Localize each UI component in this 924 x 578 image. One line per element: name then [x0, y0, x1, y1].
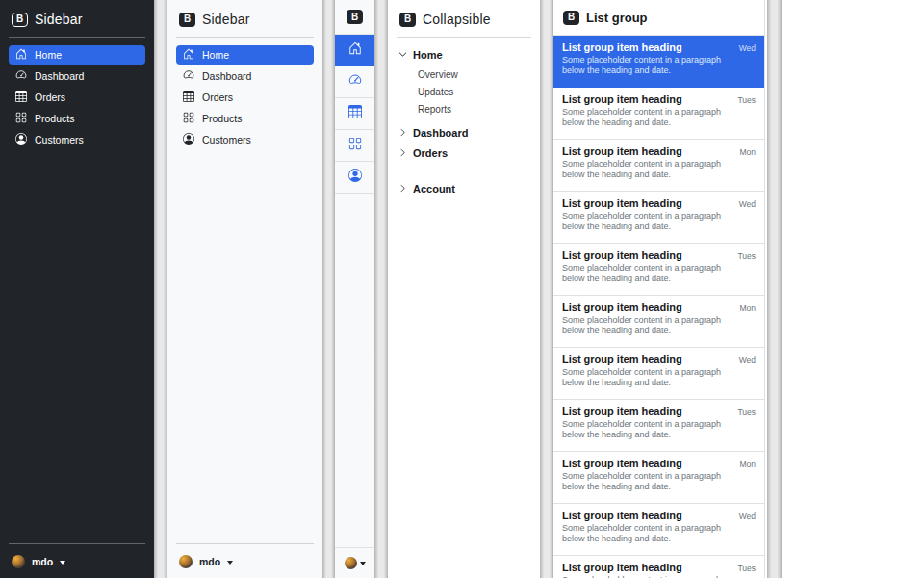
- nav-label: Orders: [35, 92, 65, 103]
- house-icon: [183, 48, 194, 62]
- table-icon: [15, 91, 27, 104]
- list-item-heading: List group item heading: [562, 562, 682, 573]
- user-menu-dropdown[interactable]: mdo: [9, 552, 145, 570]
- list-group-panel: B List group List group item headingWed …: [553, 0, 765, 578]
- user-menu-dropdown[interactable]: mdo: [176, 552, 314, 570]
- list-item[interactable]: List group item headingWed Some placehol…: [553, 504, 764, 556]
- sidebar-item-customers[interactable]: Customers: [176, 130, 314, 149]
- sidebar-light: B Sidebar Home Dashboard Orders Products: [167, 0, 322, 578]
- divider: [176, 37, 314, 38]
- list-item-date: Tues: [737, 95, 756, 105]
- grid-icon: [348, 137, 362, 154]
- caret-down-icon: [360, 562, 366, 565]
- sidebar-dark: B Sidebar Home Dashboard Orders Products: [0, 0, 154, 578]
- sidebar-item-products[interactable]: Products: [9, 109, 145, 128]
- sidebar-item-home[interactable]: Home: [9, 45, 145, 65]
- list-item[interactable]: List group item headingTues Some placeho…: [553, 400, 764, 452]
- grid-icon: [15, 112, 27, 125]
- example-divider: [374, 0, 388, 578]
- person-circle-icon: [183, 133, 194, 146]
- chevron-right-icon: [398, 127, 407, 139]
- person-circle-icon: [15, 133, 27, 146]
- list-item-date: Mon: [739, 303, 756, 313]
- nav-label: Home: [202, 49, 229, 61]
- nav-label: Customers: [35, 134, 84, 145]
- house-icon: [348, 41, 362, 59]
- brand-link-dark[interactable]: B Sidebar: [9, 10, 145, 29]
- nav-label: Orders: [202, 92, 233, 103]
- brand-link-collapsible[interactable]: B Collapsible: [397, 10, 531, 29]
- empty-area: [782, 0, 924, 578]
- example-divider: [540, 0, 553, 578]
- group-label: Account: [413, 183, 455, 195]
- person-circle-icon: [348, 169, 362, 186]
- example-divider: [767, 0, 782, 578]
- group-label: Home: [413, 49, 443, 61]
- list-item-heading: List group item heading: [562, 458, 682, 469]
- nav-label: Customers: [202, 134, 251, 145]
- sidebar-item-home[interactable]: Home: [176, 45, 314, 65]
- sub-item-reports[interactable]: Reports: [418, 100, 531, 118]
- list-group-scroll-area[interactable]: List group item headingWed Some placehol…: [553, 36, 764, 578]
- sub-item-overview[interactable]: Overview: [418, 66, 531, 83]
- list-item[interactable]: List group item headingTues Some placeho…: [553, 88, 764, 140]
- sidebar-footer: mdo: [176, 536, 314, 570]
- list-item-date: Wed: [739, 512, 756, 521]
- list-item[interactable]: List group item headingMon Some placehol…: [553, 452, 764, 504]
- caret-down-icon: [60, 561, 65, 565]
- brand-link-list-group[interactable]: B List group: [553, 0, 764, 36]
- sidebar-item-customers[interactable]: Customers: [9, 130, 145, 149]
- sidebar-item-orders[interactable]: Orders: [176, 88, 314, 107]
- sidebar-item-products[interactable]: [335, 130, 374, 162]
- list-item-date: Wed: [739, 43, 756, 53]
- sidebar-item-dashboard[interactable]: [335, 66, 374, 98]
- nav-label: Dashboard: [202, 70, 251, 82]
- list-item-heading: List group item heading: [562, 41, 682, 53]
- bootstrap-logo-icon: B: [12, 13, 28, 27]
- table-icon: [183, 91, 194, 104]
- sidebar-list-group: B List group List group item headingWed …: [553, 0, 767, 578]
- sidebar-item-orders[interactable]: [335, 98, 374, 130]
- brand-link-icons[interactable]: B: [335, 0, 374, 35]
- collapse-toggle-home[interactable]: Home: [397, 45, 531, 65]
- avatar: [12, 555, 25, 568]
- sidebar-item-products[interactable]: Products: [176, 109, 314, 128]
- nav-label: Products: [35, 113, 74, 124]
- sidebar-item-customers[interactable]: [335, 162, 374, 194]
- collapse-toggle-dashboard[interactable]: Dashboard: [397, 123, 531, 143]
- list-item-date: Tues: [737, 564, 756, 573]
- list-item[interactable]: List group item headingWed Some placehol…: [553, 348, 764, 400]
- divider: [9, 543, 145, 544]
- user-menu-dropdown[interactable]: [335, 547, 374, 578]
- sidebar-item-dashboard[interactable]: Dashboard: [176, 66, 314, 86]
- sidebar-item-home[interactable]: [335, 35, 374, 66]
- house-icon: [15, 48, 27, 62]
- caret-down-icon: [227, 561, 233, 565]
- sidebar-item-orders[interactable]: Orders: [9, 88, 145, 107]
- sidebar-collapsible: B Collapsible Home Overview Updates Repo…: [388, 0, 540, 578]
- list-item[interactable]: List group item headingWed Some placehol…: [553, 192, 764, 244]
- list-item[interactable]: List group item headingWed Some placehol…: [553, 36, 764, 88]
- speedometer-icon: [348, 73, 362, 91]
- collapse-toggle-orders[interactable]: Orders: [397, 144, 531, 163]
- bootstrap-logo-icon: B: [346, 10, 363, 24]
- list-item-heading: List group item heading: [562, 93, 682, 105]
- list-item[interactable]: List group item headingMon Some placehol…: [553, 296, 764, 348]
- sidebar-item-dashboard[interactable]: Dashboard: [9, 66, 145, 86]
- list-item[interactable]: List group item headingMon Some placehol…: [553, 140, 764, 192]
- group-label: Orders: [413, 147, 448, 159]
- list-item[interactable]: List group item headingTues Some placeho…: [553, 244, 764, 296]
- chevron-right-icon: [398, 147, 407, 159]
- list-item-heading: List group item heading: [562, 145, 682, 157]
- avatar: [179, 555, 192, 568]
- list-item-date: Mon: [739, 460, 756, 469]
- brand-link-light[interactable]: B Sidebar: [176, 10, 314, 29]
- list-item[interactable]: List group item headingTues Some placeho…: [553, 556, 764, 578]
- speedometer-icon: [183, 69, 194, 83]
- sidebar-title: Sidebar: [35, 12, 83, 27]
- sub-item-updates[interactable]: Updates: [418, 83, 531, 100]
- collapse-toggle-account[interactable]: Account: [397, 179, 531, 198]
- home-sub-list: Overview Updates Reports: [397, 66, 531, 118]
- list-item-text: Some placeholder content in a paragraph …: [562, 419, 739, 440]
- sidebar-footer: mdo: [9, 536, 145, 570]
